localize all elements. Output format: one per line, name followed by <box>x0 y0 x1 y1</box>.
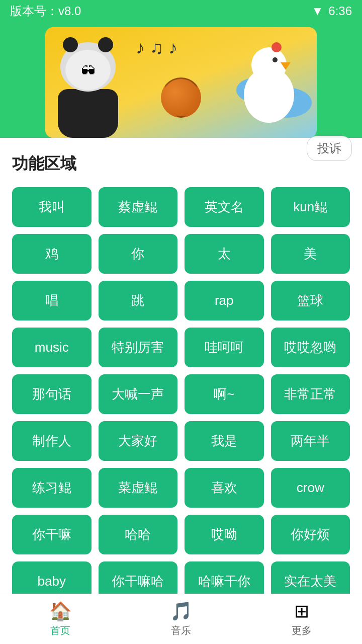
chicken-character <box>236 47 302 123</box>
tag-button[interactable]: 那句话 <box>12 374 92 414</box>
panda-ear-left <box>63 37 78 52</box>
tag-button[interactable]: 篮球 <box>271 281 350 320</box>
tag-button[interactable]: 你 <box>99 234 178 274</box>
wifi-icon: ▼ <box>312 4 324 18</box>
tag-button[interactable]: 你好烦 <box>271 515 350 554</box>
tag-button[interactable]: 跳 <box>99 281 178 320</box>
time-label: 6:36 <box>328 4 352 18</box>
nav-music-label: 音乐 <box>171 624 191 637</box>
tag-button[interactable]: 美 <box>271 234 350 274</box>
button-grid: 我叫蔡虚鲲英文名kun鲲鸡你太美唱跳rap篮球music特别厉害哇呵呵哎哎忽哟那… <box>12 187 350 644</box>
tag-button[interactable]: 制作人 <box>12 421 92 461</box>
tag-button[interactable]: music <box>12 328 92 367</box>
tag-button[interactable]: 啊~ <box>185 374 264 414</box>
chicken-comb <box>272 42 282 52</box>
tag-button[interactable]: 哈哈 <box>99 515 178 554</box>
tag-button[interactable]: 非常正常 <box>271 374 350 414</box>
tag-button[interactable]: 鸡 <box>12 234 92 274</box>
main-content: 功能区域 我叫蔡虚鲲英文名kun鲲鸡你太美唱跳rap篮球music特别厉害哇呵呵… <box>0 138 362 644</box>
tag-button[interactable]: 哎呦 <box>185 515 264 554</box>
tag-button[interactable]: 蔡虚鲲 <box>99 187 178 227</box>
version-label: 版本号：v8.0 <box>10 3 81 19</box>
tag-button[interactable]: 大家好 <box>99 421 178 461</box>
status-bar: 版本号：v8.0 ▼ 6:36 <box>0 0 362 22</box>
tag-button[interactable]: rap <box>185 281 264 320</box>
nav-home[interactable]: 🏠 首页 <box>0 601 121 637</box>
panda-ear-right <box>98 37 113 52</box>
chicken-beak <box>281 62 291 70</box>
tag-button[interactable]: 太 <box>185 234 264 274</box>
nav-music[interactable]: 🎵 音乐 <box>121 601 241 637</box>
panda-face: 🕶 <box>65 50 111 90</box>
report-button[interactable]: 投诉 <box>307 136 352 161</box>
tag-button[interactable]: 我是 <box>185 421 264 461</box>
music-notes-icon: ♪ ♫ ♪ <box>136 37 177 58</box>
status-bar-right: ▼ 6:36 <box>312 4 352 18</box>
tag-button[interactable]: 唱 <box>12 281 92 320</box>
more-icon: ⊞ <box>294 601 309 622</box>
panda-head: 🕶 <box>60 42 116 92</box>
tag-button[interactable]: 特别厉害 <box>99 328 178 367</box>
music-icon: 🎵 <box>170 601 193 622</box>
tag-button[interactable]: 哎哎忽哟 <box>271 328 350 367</box>
tag-button[interactable]: 英文名 <box>185 187 264 227</box>
panda-character: 🕶 <box>50 42 126 138</box>
tag-button[interactable]: 大喊一声 <box>99 374 178 414</box>
nav-more[interactable]: ⊞ 更多 <box>241 601 362 637</box>
nav-more-label: 更多 <box>292 624 312 637</box>
tag-button[interactable]: 菜虚鲲 <box>99 468 178 508</box>
glasses-icon: 🕶 <box>81 63 95 79</box>
tag-button[interactable]: 练习鲲 <box>12 468 92 508</box>
banner-container: ♪ ♫ ♪ 🕶 <box>0 22 362 138</box>
nav-home-label: 首页 <box>50 624 70 637</box>
tag-button[interactable]: 喜欢 <box>185 468 264 508</box>
section-title: 功能区域 <box>12 153 350 175</box>
tag-button[interactable]: 哇呵呵 <box>185 328 264 367</box>
bottom-nav: 🏠 首页 🎵 音乐 ⊞ 更多 <box>0 594 362 644</box>
basketball-icon <box>161 77 201 118</box>
tag-button[interactable]: kun鲲 <box>271 187 350 227</box>
tag-button[interactable]: 我叫 <box>12 187 92 227</box>
banner-image: ♪ ♫ ♪ 🕶 <box>45 27 317 138</box>
tag-button[interactable]: 你干嘛 <box>12 515 92 554</box>
chicken-eye <box>273 57 278 62</box>
panda-body <box>58 89 118 138</box>
tag-button[interactable]: crow <box>271 468 350 508</box>
chicken-body <box>244 67 294 123</box>
tag-button[interactable]: 两年半 <box>271 421 350 461</box>
home-icon: 🏠 <box>49 601 72 622</box>
